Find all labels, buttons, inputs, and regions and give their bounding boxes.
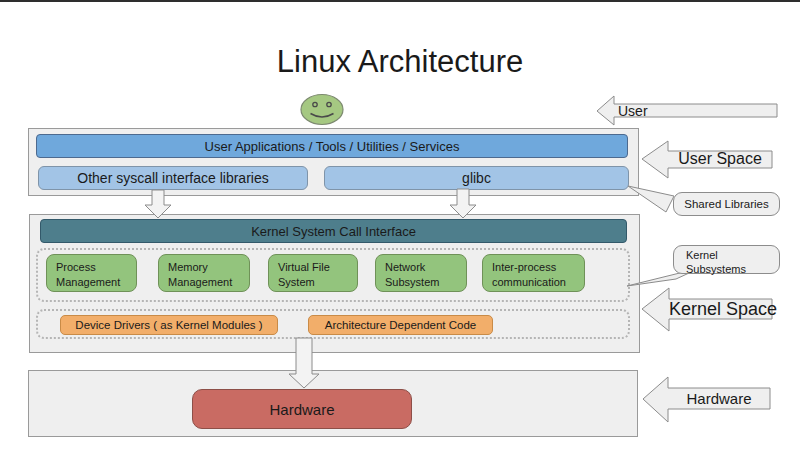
user-space-arrow-label: User Space [668,149,772,169]
user-applications-label: User Applications / Tools / Utilities / … [205,139,460,154]
virtual-file-system-box: Virtual File System [268,254,358,292]
process-management-box: Process Management [46,254,137,292]
glibc-box: glibc [324,166,629,190]
memory-management-box: Memory Management [158,254,250,292]
kernel-subsystems-callout: Kernel Subsystems [673,245,780,274]
inter-process-communication-box: Inter-process communication [482,254,585,292]
page-title: Linux Architecture [0,46,800,77]
linux-architecture-diagram: Linux Architecture User Applications / T… [0,0,800,452]
architecture-dependent-code-label: Architecture Dependent Code [325,319,477,331]
smiley-face-icon [299,92,345,128]
hardware-box-label: Hardware [269,401,334,418]
device-drivers-box: Device Drivers ( as Kernel Modules ) [60,315,278,335]
hardware-box: Hardware [192,389,412,429]
hardware-arrow-label: Hardware [668,388,770,409]
kernel-syscall-interface-label: Kernel System Call Interface [251,224,416,239]
user-applications-bar: User Applications / Tools / Utilities / … [36,134,628,158]
kernel-syscall-interface-bar: Kernel System Call Interface [40,219,627,243]
other-syscall-libraries-label: Other syscall interface libraries [77,170,268,186]
user-arrow-label: User [618,103,648,119]
glibc-label: glibc [462,170,491,186]
device-drivers-label: Device Drivers ( as Kernel Modules ) [75,319,262,331]
kernel-space-arrow-label: Kernel Space [669,298,772,320]
shared-libraries-callout: Shared Libraries [673,192,780,216]
window-top-edge [0,0,800,2]
network-subsystem-box: Network Subsystem [375,254,467,292]
other-syscall-libraries-box: Other syscall interface libraries [38,166,308,190]
shared-libraries-label: Shared Libraries [684,198,768,210]
architecture-dependent-code-box: Architecture Dependent Code [308,315,493,335]
